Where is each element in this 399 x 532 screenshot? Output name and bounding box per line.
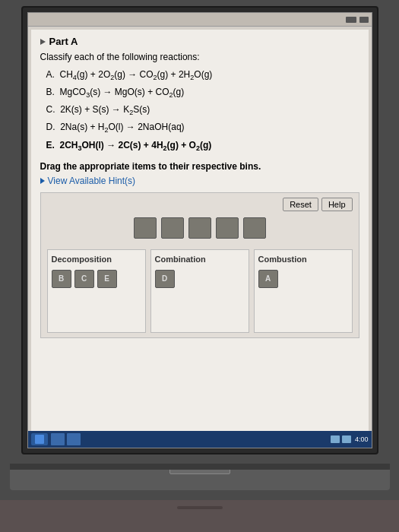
reactions-list: A. CH4(g) + 2O2(g) → CO2(g) + 2H2O(g) B.… — [46, 67, 359, 155]
bin-item-e[interactable]: E — [97, 270, 117, 288]
combustion-items: A — [258, 270, 348, 288]
laptop-base — [0, 500, 399, 532]
classify-text: Classify each of the following reactions… — [40, 52, 359, 62]
combination-items: D — [155, 270, 245, 288]
part-a-title: Part A — [49, 36, 78, 47]
drag-slot-1[interactable] — [134, 217, 157, 239]
bin-item-a[interactable]: A — [258, 270, 278, 288]
main-content: Part A Classify each of the following re… — [31, 30, 369, 445]
reaction-b: B. MgCO3(s) → MgO(s) + CO2(g) — [46, 84, 359, 102]
bin-item-b[interactable]: B — [52, 270, 71, 288]
help-button[interactable]: Help — [321, 198, 353, 211]
laptop-hinge — [10, 464, 390, 470]
drag-slot-3[interactable] — [188, 217, 211, 239]
drag-instruction: Drag the appropriate items to their resp… — [40, 161, 359, 172]
hint-triangle-icon — [40, 178, 45, 184]
reaction-d: D. 2Na(s) + H2O(l) → 2NaOH(aq) — [46, 119, 359, 137]
signal-icon — [359, 17, 369, 23]
windows-icon — [35, 435, 44, 444]
reaction-c: C. 2K(s) + S(s) → K2S(s) — [46, 102, 359, 119]
hint-text: View Available Hint(s) — [48, 176, 136, 186]
decomposition-label: Decomposition — [52, 255, 141, 264]
drag-slot-4[interactable] — [216, 217, 239, 239]
top-bar — [28, 13, 372, 27]
reaction-a: A. CH4(g) + 2O2(g) → CO2(g) + 2H2O(g) — [46, 67, 359, 84]
bin-item-c[interactable]: C — [74, 270, 94, 288]
taskbar-doc-icon[interactable] — [67, 433, 81, 445]
decomposition-bin[interactable]: Decomposition B C E — [47, 249, 146, 333]
laptop-body — [10, 464, 390, 490]
taskbar-app-icon[interactable] — [51, 433, 65, 445]
combustion-label: Combustion — [258, 255, 348, 264]
hint-link[interactable]: View Available Hint(s) — [40, 176, 359, 186]
laptop-vent — [177, 506, 223, 509]
taskbar-tray: 4:00 — [331, 435, 369, 443]
clock: 4:00 — [355, 435, 369, 443]
bins-row: Decomposition B C E Combination D — [47, 249, 353, 333]
screen-bezel: Part A Classify each of the following re… — [21, 6, 378, 454]
work-area: Reset Help Dec — [40, 192, 359, 338]
screen-content: Part A Classify each of the following re… — [27, 12, 372, 448]
taskbar-items — [48, 433, 331, 445]
taskbar: 4:00 — [28, 431, 372, 448]
tray-network-icon[interactable] — [342, 435, 351, 443]
start-button[interactable] — [31, 433, 48, 445]
reaction-e: E. 2CH3OH(l) → 2C(s) + 4H2(g) + O2(g) — [46, 138, 359, 155]
decomposition-items: B C E — [52, 270, 141, 288]
bin-item-d[interactable]: D — [155, 270, 175, 288]
drag-slot-5[interactable] — [243, 217, 266, 239]
draggable-items-row — [47, 217, 353, 239]
combustion-bin[interactable]: Combustion A — [254, 249, 353, 333]
expand-icon[interactable] — [40, 39, 46, 45]
reset-button[interactable]: Reset — [283, 198, 318, 211]
battery-icon — [346, 17, 356, 23]
drag-slot-2[interactable] — [161, 217, 184, 239]
combination-label: Combination — [155, 255, 245, 264]
reset-help-row: Reset Help — [47, 198, 353, 211]
laptop-screen: Part A Classify each of the following re… — [0, 6, 399, 532]
combination-bin[interactable]: Combination D — [150, 249, 249, 333]
part-a-header: Part A — [40, 36, 359, 47]
tray-volume-icon[interactable] — [331, 435, 340, 443]
